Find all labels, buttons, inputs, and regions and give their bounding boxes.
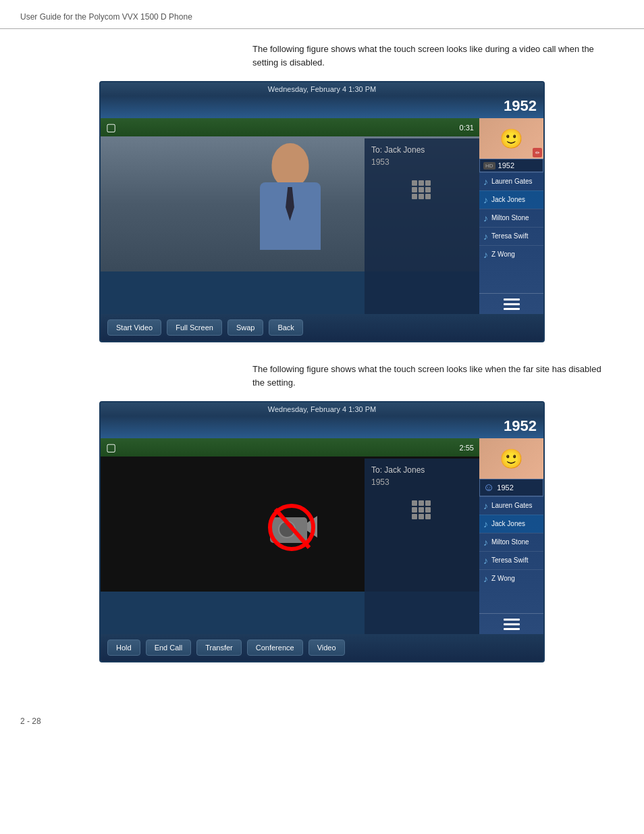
current-call-badge-1[interactable]: HD 1952	[479, 159, 543, 172]
contact-name: Jack Jones	[491, 196, 525, 204]
contact-row-jack-1[interactable]: ♪ Jack Jones	[479, 190, 543, 209]
contact-icon: ♪	[483, 194, 488, 205]
keypad-icon-1[interactable]	[412, 180, 432, 201]
page-footer: 2 - 28	[0, 696, 644, 733]
kd	[419, 180, 424, 186]
avatar-img-2: 🙂	[479, 438, 543, 479]
call-badge-num-1: 1952	[498, 161, 514, 170]
call-info-panel-2: To: Jack Jones 1953	[365, 459, 479, 634]
kd	[412, 187, 417, 192]
kd	[425, 187, 431, 192]
phone-number-2: 1952	[101, 416, 543, 438]
transfer-button[interactable]: Transfer	[196, 640, 242, 656]
video-top-bar-2: ▢ 2:55	[101, 438, 479, 457]
extension-1: 1953	[371, 157, 473, 167]
page-number: 2 - 28	[20, 716, 41, 726]
call-info-panel-1: To: Jack Jones 1953	[365, 138, 479, 314]
kd	[412, 514, 417, 519]
contact-row-milton-1[interactable]: ♪ Milton Stone	[479, 209, 543, 227]
contact-icon: ♪	[483, 555, 488, 566]
video-top-bar-1: ▢ 0:31	[101, 118, 479, 136]
kd	[412, 500, 417, 506]
kd	[412, 180, 417, 186]
sidebar-menu-btn-1[interactable]	[479, 293, 543, 314]
right-sidebar-1: 🙂 ✏ HD 1952 ♪ Lauren Gates ♪	[479, 118, 543, 314]
contact-row-lauren-2[interactable]: ♪ Lauren Gates	[479, 496, 543, 515]
full-screen-button[interactable]: Full Screen	[167, 319, 222, 336]
contact-icon: ♪	[483, 213, 488, 224]
avatar-overlay-1: ✏	[533, 148, 542, 157]
contact-name: Jack Jones	[491, 520, 525, 528]
kd	[419, 194, 424, 199]
contact-row-zwong-1[interactable]: ♪ Z Wong	[479, 245, 543, 263]
phone-screen-1: Wednesday, February 4 1:30 PM 1952 ▢ 0:3…	[99, 81, 545, 342]
hold-button[interactable]: Hold	[107, 640, 140, 656]
menu-icon-2	[504, 618, 520, 630]
contact-name: Lauren Gates	[491, 178, 533, 186]
kd	[425, 507, 431, 513]
keypad-icon-2[interactable]	[412, 500, 432, 521]
camera-icon-2: ▢	[106, 441, 116, 454]
datetime-1: Wednesday, February 4 1:30 PM	[107, 85, 537, 93]
contact-row-jack-2[interactable]: ♪ Jack Jones	[479, 515, 543, 533]
kd	[425, 500, 431, 506]
left-panel-1: ▢ 0:31 To: Jack Jones	[101, 118, 479, 314]
contact-name: Lauren Gates	[491, 502, 533, 510]
contact-row-teresa-1[interactable]: ♪ Teresa Swift	[479, 227, 543, 245]
kd	[425, 514, 431, 519]
description-1: The following figure shows what the touc…	[252, 43, 603, 69]
current-call-badge-2[interactable]: ☺ 1952	[479, 479, 543, 496]
contact-row-zwong-2[interactable]: ♪ Z Wong	[479, 569, 543, 588]
avatar-thumb-1: 🙂 ✏	[479, 118, 543, 159]
conference-button[interactable]: Conference	[247, 640, 303, 656]
hd-icon-1: HD	[483, 162, 495, 170]
to-label-2: To: Jack Jones	[371, 465, 473, 475]
kd	[425, 180, 431, 186]
contact-icon: ♪	[483, 500, 488, 511]
contact-name: Teresa Swift	[491, 556, 528, 565]
contact-name: Teresa Swift	[491, 232, 528, 240]
page-content: The following figure shows what the touc…	[0, 29, 644, 696]
contact-row-teresa-2[interactable]: ♪ Teresa Swift	[479, 551, 543, 569]
contact-name: Z Wong	[491, 251, 515, 259]
contact-name: Milton Stone	[491, 214, 529, 222]
contact-name: Z Wong	[491, 575, 515, 583]
sidebar-menu-btn-2[interactable]	[479, 613, 543, 634]
action-bar-1: Start Video Full Screen Swap Back	[101, 314, 543, 341]
contact-row-lauren-1[interactable]: ♪ Lauren Gates	[479, 172, 543, 190]
left-panel-2: ▢ 2:55	[101, 438, 479, 634]
kd	[419, 507, 424, 513]
contact-icon: ♪	[483, 231, 488, 242]
description-2: The following figure shows what the touc…	[252, 363, 603, 389]
call-badge-num-2: 1952	[497, 484, 513, 492]
main-area-2: ▢ 2:55	[101, 438, 543, 634]
person-icon-2: ☺	[483, 481, 494, 494]
right-sidebar-2: 🙂 ☺ 1952 ♪ Lauren Gates ♪ Jack Jones	[479, 438, 543, 634]
kd	[419, 514, 424, 519]
action-bar-2: Hold End Call Transfer Conference Video	[101, 634, 543, 661]
kd	[425, 194, 431, 199]
datetime-2: Wednesday, February 4 1:30 PM	[107, 405, 537, 413]
contact-icon: ♪	[483, 537, 488, 548]
kd	[419, 500, 424, 506]
header-title: User Guide for the Polycom VVX 1500 D Ph…	[20, 12, 192, 22]
timer-2: 2:55	[460, 444, 474, 452]
contact-row-milton-2[interactable]: ♪ Milton Stone	[479, 533, 543, 551]
kd	[412, 507, 417, 513]
top-bar-2: Wednesday, February 4 1:30 PM	[101, 402, 543, 416]
top-bar-1: Wednesday, February 4 1:30 PM	[101, 82, 543, 96]
avatar-thumb-2: 🙂	[479, 438, 543, 479]
to-label-1: To: Jack Jones	[371, 145, 473, 155]
camera-disabled-icon	[263, 504, 317, 544]
phone-screen-2: Wednesday, February 4 1:30 PM 1952 ▢ 2:5…	[99, 401, 545, 662]
main-area-1: ▢ 0:31 To: Jack Jones	[101, 118, 543, 314]
swap-button[interactable]: Swap	[227, 319, 264, 336]
contact-name: Milton Stone	[491, 538, 529, 546]
video-button[interactable]: Video	[308, 640, 345, 656]
back-button[interactable]: Back	[269, 319, 302, 336]
no-camera-svg	[263, 504, 331, 558]
kd	[412, 194, 417, 199]
menu-icon-1	[504, 298, 520, 310]
end-call-button[interactable]: End Call	[146, 640, 192, 656]
start-video-button[interactable]: Start Video	[107, 319, 161, 336]
